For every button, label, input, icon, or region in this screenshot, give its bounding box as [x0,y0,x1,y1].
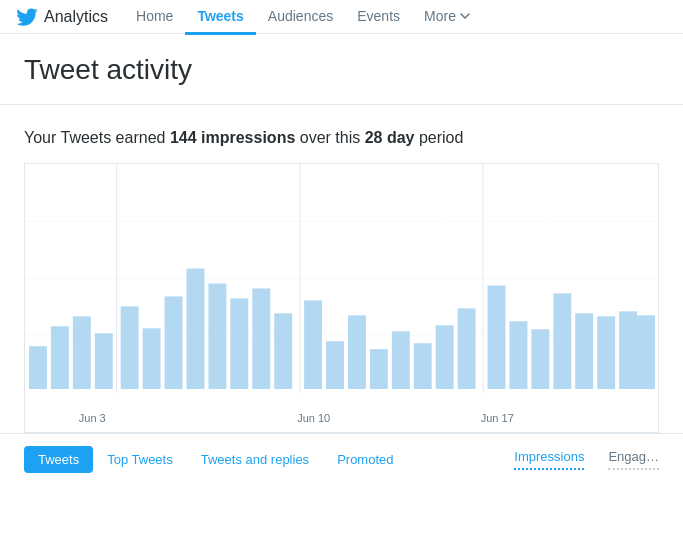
impressions-label: impressions [197,129,296,146]
svg-rect-33 [637,315,655,389]
tab-top-tweets[interactable]: Top Tweets [93,446,187,473]
svg-rect-9 [95,333,113,389]
svg-rect-19 [326,341,344,389]
svg-rect-13 [186,269,204,389]
svg-rect-15 [230,298,248,389]
nav-item-more[interactable]: More [412,1,482,35]
svg-rect-16 [252,288,270,389]
impressions-count: 144 [170,129,197,146]
tab-tweets[interactable]: Tweets [24,446,93,473]
chart-wrapper [24,163,659,393]
tab-tweets-replies[interactable]: Tweets and replies [187,446,323,473]
svg-rect-20 [348,315,366,389]
summary-middle: over this [295,129,364,146]
svg-rect-24 [436,325,454,389]
metric-engagements[interactable]: Engag… [608,449,659,470]
summary-prefix: Your Tweets earned [24,129,170,146]
nav-item-home[interactable]: Home [124,1,185,35]
x-label-jun10: Jun 10 [297,412,330,424]
summary-suffix: period [414,129,463,146]
svg-rect-32 [619,311,637,389]
x-label-jun17: Jun 17 [481,412,514,424]
svg-rect-8 [73,316,91,389]
svg-rect-21 [370,349,388,389]
tab-promoted[interactable]: Promoted [323,446,407,473]
page-title: Tweet activity [24,54,659,86]
nav-item-audiences[interactable]: Audiences [256,1,345,35]
chart-xaxis: Jun 3 Jun 10 Jun 17 [24,393,659,433]
nav-item-tweets[interactable]: Tweets [185,1,255,35]
page-header: Tweet activity [0,34,683,105]
chart-container: Jun 3 Jun 10 Jun 17 [0,163,683,433]
svg-rect-27 [509,321,527,389]
chart-svg [25,164,658,393]
svg-rect-6 [29,346,47,389]
brand-name: Analytics [44,8,108,26]
summary-bar: Your Tweets earned 144 impressions over … [0,105,683,163]
svg-rect-22 [392,331,410,389]
svg-rect-31 [597,316,615,389]
svg-rect-11 [143,328,161,389]
svg-rect-17 [274,313,292,389]
metric-impressions[interactable]: Impressions [514,449,584,470]
svg-rect-7 [51,326,69,389]
svg-rect-23 [414,343,432,389]
svg-rect-26 [488,285,506,389]
svg-rect-10 [121,306,139,389]
svg-rect-12 [165,296,183,389]
bottom-tabs: Tweets Top Tweets Tweets and replies Pro… [0,433,683,473]
days-count: 28 [365,129,383,146]
right-tabs: Impressions Engag… [514,449,659,470]
svg-rect-18 [304,300,322,389]
twitter-bird-icon [16,8,38,26]
svg-rect-30 [575,313,593,389]
svg-rect-14 [208,283,226,389]
brand: Analytics [16,8,108,26]
x-label-jun3: Jun 3 [79,412,106,424]
svg-rect-25 [458,308,476,389]
nav-links: Home Tweets Audiences Events More [124,0,482,33]
chevron-down-icon [460,13,470,19]
svg-rect-28 [531,329,549,389]
days-label: day [382,129,414,146]
navbar: Analytics Home Tweets Audiences Events M… [0,0,683,34]
nav-item-events[interactable]: Events [345,1,412,35]
svg-rect-29 [553,293,571,389]
